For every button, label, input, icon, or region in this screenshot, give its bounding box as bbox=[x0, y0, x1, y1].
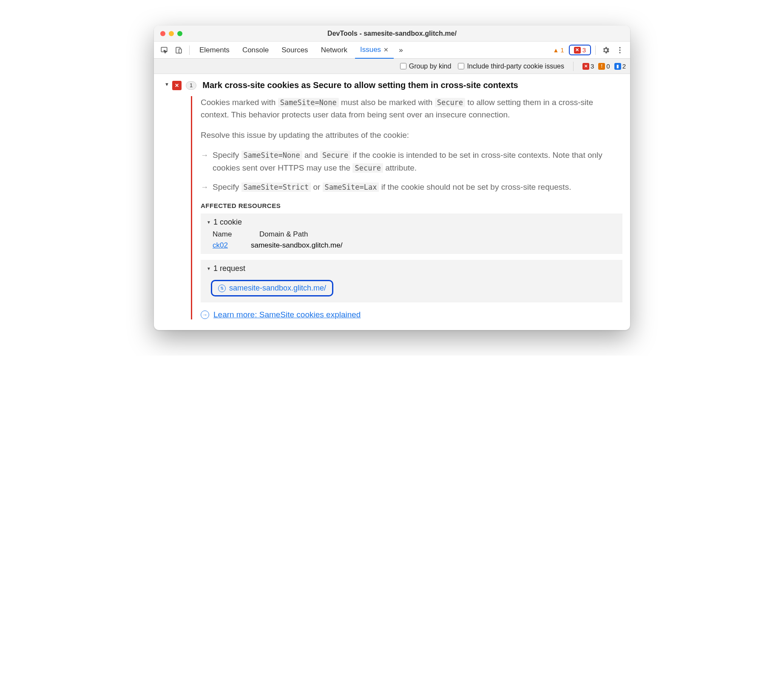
separator bbox=[573, 62, 574, 71]
issues-subtoolbar: Group by kind Include third-party cookie… bbox=[154, 59, 630, 74]
more-tabs-icon[interactable]: » bbox=[396, 42, 405, 59]
tab-elements[interactable]: Elements bbox=[194, 42, 235, 59]
resolve-step-1: → Specify SameSite=None and Secure if th… bbox=[201, 149, 622, 174]
severity-bar bbox=[191, 96, 192, 319]
issue-gutter: ▼ bbox=[162, 80, 172, 319]
warning-icon: ! bbox=[598, 63, 605, 70]
issues-panel: ▼ ✕ 1 Mark cross-site cookies as Secure … bbox=[154, 74, 630, 330]
svg-point-5 bbox=[619, 52, 620, 53]
third-party-checkbox[interactable]: Include third-party cookie issues bbox=[458, 63, 564, 70]
resolve-hint: Resolve this issue by updating the attri… bbox=[201, 129, 622, 141]
settings-icon[interactable] bbox=[600, 44, 612, 56]
affected-resources-title: AFFECTED RESOURCES bbox=[201, 202, 622, 209]
learn-more-icon: → bbox=[201, 310, 209, 319]
info-icon: ▮ bbox=[614, 63, 621, 70]
warning-count[interactable]: !0 bbox=[598, 63, 610, 70]
cookie-domain: samesite-sandbox.glitch.me/ bbox=[251, 241, 342, 250]
collapse-icon[interactable]: ▼ bbox=[165, 82, 169, 87]
chevron-down-icon: ▼ bbox=[207, 220, 211, 225]
errors-badge[interactable]: ✕ 3 bbox=[571, 46, 588, 54]
close-window-icon[interactable] bbox=[160, 31, 165, 36]
maximize-window-icon[interactable] bbox=[177, 31, 182, 36]
errors-badge-highlight: ✕ 3 bbox=[569, 45, 591, 55]
affected-cookies-section: ▼ 1 cookie Name Domain & Path ck02 sames… bbox=[201, 214, 622, 254]
warning-icon: ▲ bbox=[553, 47, 559, 54]
affected-requests-section: ▼ 1 request ⇅ samesite-sandbox.glitch.me… bbox=[201, 260, 622, 302]
tab-issues[interactable]: Issues ✕ bbox=[355, 42, 394, 59]
cookies-table: Name Domain & Path ck02 samesite-sandbox… bbox=[213, 230, 616, 250]
issue-title: Mark cross-site cookies as Secure to all… bbox=[202, 80, 518, 90]
learn-more: → Learn more: SameSite cookies explained bbox=[201, 310, 622, 319]
table-row: ck02 samesite-sandbox.glitch.me/ bbox=[213, 241, 616, 250]
issue-counts: ✕3 !0 ▮2 bbox=[582, 63, 626, 70]
learn-more-link[interactable]: Learn more: SameSite cookies explained bbox=[213, 310, 361, 319]
arrow-icon: → bbox=[201, 181, 208, 194]
resolve-step-2: → Specify SameSite=Strict or SameSite=La… bbox=[201, 181, 622, 194]
cookie-name-link[interactable]: ck02 bbox=[213, 241, 238, 250]
svg-point-3 bbox=[619, 47, 620, 48]
devtools-window: DevTools - samesite-sandbox.glitch.me/ E… bbox=[154, 26, 630, 330]
issue-content: 1 Mark cross-site cookies as Secure to a… bbox=[186, 80, 622, 319]
svg-rect-2 bbox=[179, 49, 182, 53]
request-link-highlight[interactable]: ⇅ samesite-sandbox.glitch.me/ bbox=[211, 280, 333, 296]
device-toolbar-icon[interactable] bbox=[173, 44, 185, 56]
error-icon: ✕ bbox=[582, 63, 589, 70]
minimize-window-icon[interactable] bbox=[169, 31, 174, 36]
cookies-toggle[interactable]: ▼ 1 cookie bbox=[207, 218, 616, 227]
arrow-icon: → bbox=[201, 149, 208, 174]
svg-point-4 bbox=[619, 49, 620, 51]
close-tab-icon[interactable]: ✕ bbox=[383, 46, 389, 53]
issue-count-pill: 1 bbox=[186, 81, 196, 90]
error-icon: ✕ bbox=[574, 47, 581, 54]
issue-description: Cookies marked with SameSite=None must a… bbox=[201, 96, 622, 121]
toolbar-left: Elements Console Sources Network Issues … bbox=[158, 42, 406, 59]
table-header: Name Domain & Path bbox=[213, 230, 616, 239]
tab-network[interactable]: Network bbox=[316, 42, 352, 59]
toolbar-right: ▲ 1 ✕ 3 bbox=[550, 44, 626, 56]
window-title: DevTools - samesite-sandbox.glitch.me/ bbox=[327, 30, 457, 37]
request-icon: ⇅ bbox=[218, 285, 226, 292]
titlebar: DevTools - samesite-sandbox.glitch.me/ bbox=[154, 26, 630, 42]
warnings-badge[interactable]: ▲ 1 bbox=[550, 46, 566, 54]
info-count[interactable]: ▮2 bbox=[614, 63, 626, 70]
issue-header[interactable]: 1 Mark cross-site cookies as Secure to a… bbox=[186, 80, 622, 90]
traffic-lights bbox=[160, 31, 182, 36]
inspect-element-icon[interactable] bbox=[158, 44, 170, 56]
separator bbox=[189, 46, 190, 55]
more-menu-icon[interactable] bbox=[614, 44, 626, 56]
separator bbox=[595, 46, 596, 55]
tab-console[interactable]: Console bbox=[237, 42, 274, 59]
group-by-kind-checkbox[interactable]: Group by kind bbox=[400, 63, 452, 70]
requests-toggle[interactable]: ▼ 1 request bbox=[207, 264, 616, 273]
chevron-down-icon: ▼ bbox=[207, 266, 211, 271]
error-count[interactable]: ✕3 bbox=[582, 63, 594, 70]
issue-severity-icon: ✕ bbox=[172, 81, 182, 319]
request-url: samesite-sandbox.glitch.me/ bbox=[229, 284, 326, 293]
error-bubble-icon: ✕ bbox=[172, 81, 182, 90]
main-toolbar: Elements Console Sources Network Issues … bbox=[154, 42, 630, 59]
tab-sources[interactable]: Sources bbox=[276, 42, 313, 59]
